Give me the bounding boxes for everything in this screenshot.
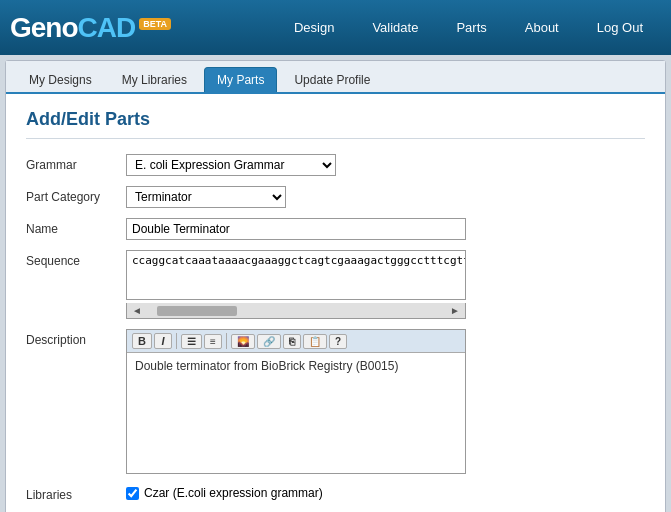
nav-validate[interactable]: Validate (354, 12, 436, 43)
header: GenoCAD BETA Design Validate Parts About… (0, 0, 671, 55)
scroll-bar-thumb[interactable] (157, 306, 237, 316)
nav-logout[interactable]: Log Out (579, 12, 661, 43)
main-nav: Design Validate Parts About Log Out (276, 12, 661, 43)
sequence-scrollbar[interactable]: ◄ ► (126, 303, 466, 319)
part-category-control: Terminator (126, 186, 645, 208)
grammar-control: E. coli Expression Grammar (126, 154, 645, 176)
libraries-row: Libraries Czar (E.coli expression gramma… (26, 484, 645, 502)
sequence-textarea[interactable]: ccaggcatcaaataaaacgaaaggctcagtcgaaagactg… (126, 250, 466, 300)
content-wrapper: My Designs My Libraries My Parts Update … (5, 60, 666, 512)
logo-text: GenoCAD (10, 12, 135, 44)
nav-design[interactable]: Design (276, 12, 352, 43)
sequence-label: Sequence (26, 250, 126, 268)
name-row: Name (26, 218, 645, 240)
part-category-select[interactable]: Terminator (126, 186, 286, 208)
sub-nav-my-parts[interactable]: My Parts (204, 67, 277, 92)
grammar-row: Grammar E. coli Expression Grammar (26, 154, 645, 176)
part-category-label: Part Category (26, 186, 126, 204)
library-checkbox[interactable] (126, 487, 139, 500)
description-control: B I ☰ ≡ 🌄 🔗 ⎘ 📋 ? Double terminator from… (126, 329, 645, 474)
sequence-row: Sequence ccaggcatcaaataaaacgaaaggctcagtc… (26, 250, 645, 319)
rte-link-button[interactable]: 🔗 (257, 334, 281, 349)
nav-about[interactable]: About (507, 12, 577, 43)
nav-parts[interactable]: Parts (438, 12, 504, 43)
beta-badge: BETA (139, 18, 171, 30)
rte-unordered-list-button[interactable]: ≡ (204, 334, 222, 349)
page-title: Add/Edit Parts (26, 109, 645, 139)
name-label: Name (26, 218, 126, 236)
library-checkbox-label[interactable]: Czar (E.coli expression grammar) (126, 486, 645, 500)
rte-ordered-list-button[interactable]: ☰ (181, 334, 202, 349)
description-row: Description B I ☰ ≡ 🌄 🔗 ⎘ 📋 ? (26, 329, 645, 474)
logo-area: GenoCAD BETA (10, 12, 276, 44)
grammar-select[interactable]: E. coli Expression Grammar (126, 154, 336, 176)
sub-nav: My Designs My Libraries My Parts Update … (6, 61, 665, 94)
rte-copy-button[interactable]: ⎘ (283, 334, 301, 349)
rich-text-editor: B I ☰ ≡ 🌄 🔗 ⎘ 📋 ? Double terminator from… (126, 329, 466, 474)
rte-toolbar: B I ☰ ≡ 🌄 🔗 ⎘ 📋 ? (127, 330, 465, 353)
libraries-label: Libraries (26, 484, 126, 502)
part-category-row: Part Category Terminator (26, 186, 645, 208)
rte-help-button[interactable]: ? (329, 334, 347, 349)
scroll-right-arrow[interactable]: ► (447, 305, 463, 316)
library-checkbox-text: Czar (E.coli expression grammar) (144, 486, 323, 500)
name-control (126, 218, 645, 240)
sequence-control: ccaggcatcaaataaaacgaaaggctcagtcgaaagactg… (126, 250, 645, 319)
sub-nav-update-profile[interactable]: Update Profile (281, 67, 383, 92)
rte-image-button[interactable]: 🌄 (231, 334, 255, 349)
scroll-left-arrow[interactable]: ◄ (129, 305, 145, 316)
rte-bold-button[interactable]: B (132, 333, 152, 349)
rte-paste-button[interactable]: 📋 (303, 334, 327, 349)
rte-separator-1 (176, 333, 177, 349)
grammar-label: Grammar (26, 154, 126, 172)
sub-nav-my-designs[interactable]: My Designs (16, 67, 105, 92)
rte-body[interactable]: Double terminator from BioBrick Registry… (127, 353, 465, 473)
rte-separator-2 (226, 333, 227, 349)
libraries-control: Czar (E.coli expression grammar) (126, 486, 645, 500)
rte-italic-button[interactable]: I (154, 333, 172, 349)
name-input[interactable] (126, 218, 466, 240)
sub-nav-my-libraries[interactable]: My Libraries (109, 67, 200, 92)
main-area: Add/Edit Parts Grammar E. coli Expressio… (6, 94, 665, 512)
description-label: Description (26, 329, 126, 347)
